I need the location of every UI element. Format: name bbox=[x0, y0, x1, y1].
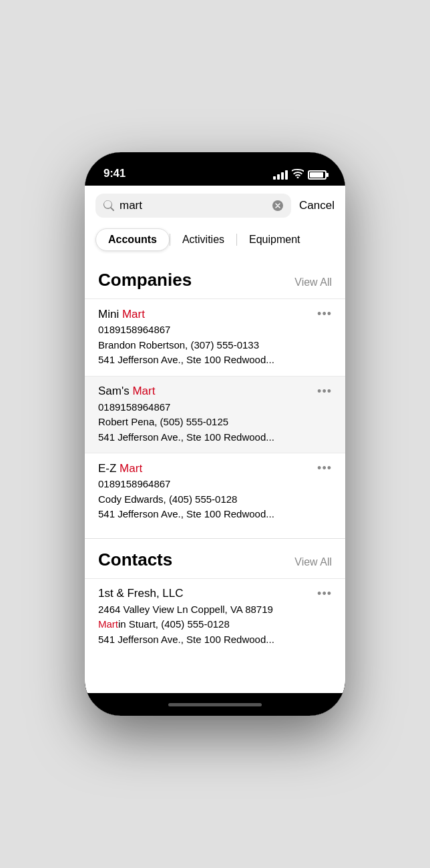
tab-equipment[interactable]: Equipment bbox=[237, 229, 312, 250]
phone-screen: 9:41 bbox=[85, 152, 345, 716]
notch bbox=[172, 152, 258, 174]
clear-search-button[interactable] bbox=[272, 200, 283, 211]
company-item-2-name: Sam's Mart bbox=[98, 385, 155, 398]
company-item-3-highlight: Mart bbox=[120, 462, 142, 475]
phone-frame: 9:41 bbox=[85, 152, 345, 716]
wifi-icon bbox=[292, 169, 304, 180]
filter-tabs: Accounts Activities Equipment bbox=[85, 226, 345, 259]
company-item-3-phone: 0189158964867 bbox=[98, 477, 332, 492]
contact-item-1-detail3: 541 Jefferson Ave., Ste 100 Redwood... bbox=[98, 632, 332, 648]
company-item-1[interactable]: Mini Mart ••• 0189158964867 Brandon Robe… bbox=[85, 298, 345, 376]
status-time: 9:41 bbox=[103, 167, 126, 180]
contact-item-1-detail1: 2464 Valley View Ln Coppell, VA 88719 bbox=[98, 602, 332, 618]
search-bar-row: mart Cancel bbox=[85, 186, 345, 226]
company-item-2[interactable]: Sam's Mart ••• 0189158964867 Robert Pena… bbox=[85, 376, 345, 453]
contact-item-1-name: 1st & Fresh, LLC bbox=[98, 587, 184, 600]
company-item-3-name: E-Z Mart bbox=[98, 462, 142, 475]
company-item-1-contact: Brandon Robertson, (307) 555-0133 bbox=[98, 338, 332, 353]
company-item-1-address: 541 Jefferson Ave., Ste 100 Redwood... bbox=[98, 353, 332, 368]
home-indicator-bar bbox=[168, 703, 262, 706]
contacts-section: Contacts View All 1st & Fresh, LLC ••• 2… bbox=[85, 539, 345, 656]
contacts-header: Contacts View All bbox=[85, 539, 345, 578]
contact-item-1-detail2: Martin Stuart, (405) 555-0128 bbox=[98, 617, 332, 632]
home-indicator bbox=[85, 693, 345, 716]
battery-icon bbox=[308, 170, 327, 180]
company-item-2-address: 541 Jefferson Ave., Ste 100 Redwood... bbox=[98, 430, 332, 445]
signal-icon bbox=[273, 170, 288, 180]
company-item-2-more-button[interactable]: ••• bbox=[317, 385, 332, 399]
company-item-2-phone: 0189158964867 bbox=[98, 400, 332, 415]
company-item-1-phone: 0189158964867 bbox=[98, 322, 332, 338]
contact-item-1-detail2-highlight: Mart bbox=[98, 618, 118, 630]
companies-section: Companies View All Mini Mart ••• 0189158… bbox=[85, 259, 345, 530]
company-item-3-name-row: E-Z Mart ••• bbox=[98, 461, 332, 475]
companies-title: Companies bbox=[98, 270, 192, 290]
contact-item-1-name-row: 1st & Fresh, LLC ••• bbox=[98, 587, 332, 601]
cancel-button[interactable]: Cancel bbox=[299, 199, 335, 212]
companies-view-all-button[interactable]: View All bbox=[294, 276, 332, 288]
company-item-3-more-button[interactable]: ••• bbox=[317, 461, 332, 475]
tab-accounts[interactable]: Accounts bbox=[95, 228, 170, 251]
company-item-1-name: Mini Mart bbox=[98, 308, 145, 321]
scroll-area[interactable]: Companies View All Mini Mart ••• 0189158… bbox=[85, 259, 345, 693]
contact-item-1[interactable]: 1st & Fresh, LLC ••• 2464 Valley View Ln… bbox=[85, 578, 345, 656]
search-input[interactable]: mart bbox=[120, 199, 267, 212]
company-item-3[interactable]: E-Z Mart ••• 0189158964867 Cody Edwards,… bbox=[85, 453, 345, 530]
contacts-view-all-button[interactable]: View All bbox=[294, 556, 332, 568]
company-item-1-highlight: Mart bbox=[122, 308, 145, 320]
search-input-wrap[interactable]: mart bbox=[95, 194, 291, 218]
search-icon bbox=[103, 200, 114, 211]
company-item-3-contact: Cody Edwards, (405) 555-0128 bbox=[98, 492, 332, 507]
company-item-2-name-row: Sam's Mart ••• bbox=[98, 385, 332, 399]
company-item-3-address: 541 Jefferson Ave., Ste 100 Redwood... bbox=[98, 507, 332, 522]
status-icons bbox=[273, 169, 327, 180]
company-item-2-highlight: Mart bbox=[132, 385, 155, 397]
contacts-title: Contacts bbox=[98, 550, 172, 570]
contact-item-1-more-button[interactable]: ••• bbox=[317, 587, 332, 601]
app-content: mart Cancel Accounts Activities Equipmen… bbox=[85, 186, 345, 693]
company-item-1-name-row: Mini Mart ••• bbox=[98, 307, 332, 321]
company-item-1-more-button[interactable]: ••• bbox=[317, 307, 332, 321]
companies-header: Companies View All bbox=[85, 259, 345, 298]
company-item-2-contact: Robert Pena, (505) 555-0125 bbox=[98, 415, 332, 430]
tab-activities[interactable]: Activities bbox=[170, 229, 236, 250]
